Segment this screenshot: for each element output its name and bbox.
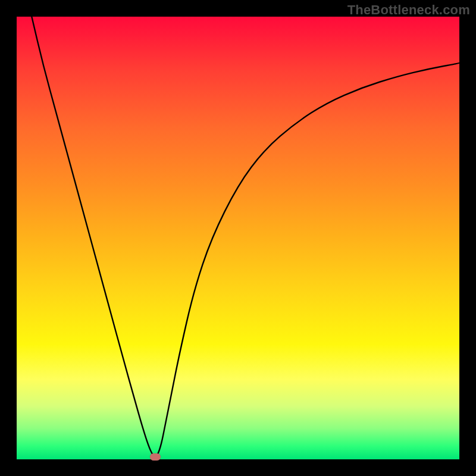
plot-area [17,17,459,459]
chart-frame: TheBottleneck.com [0,0,476,476]
watermark-text: TheBottleneck.com [347,2,470,18]
min-marker [150,453,161,461]
